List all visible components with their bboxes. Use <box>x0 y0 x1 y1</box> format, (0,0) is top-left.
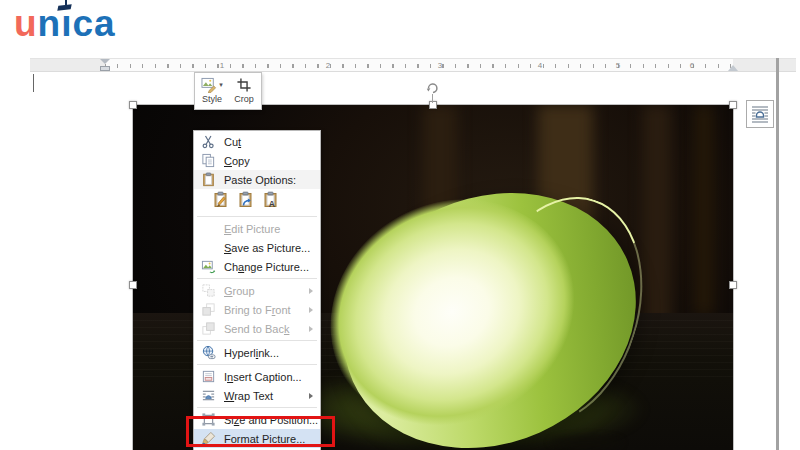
clipboard-icon <box>196 172 220 187</box>
resize-handle-top-center[interactable] <box>429 101 437 109</box>
menu-separator <box>197 407 317 408</box>
menu-item-format-picture[interactable]: Format Picture... <box>194 429 320 448</box>
crop-button-label: Crop <box>234 94 254 104</box>
hyperlink-icon <box>196 345 220 360</box>
style-button-label: Style <box>202 94 222 104</box>
paste-option-picture[interactable] <box>235 191 255 212</box>
menu-separator <box>197 364 317 365</box>
menu-item-label: Size and Position... <box>224 414 318 426</box>
menu-item-edit-picture: Edit Picture <box>194 219 320 238</box>
paste-options-row: A <box>194 189 320 214</box>
photo-background <box>695 105 713 315</box>
menu-separator <box>197 278 317 279</box>
menu-item-send-to-back: Send to Back <box>194 319 320 338</box>
clipboard-arrow-icon <box>237 191 254 213</box>
mini-toolbar: ▾ Style Crop <box>194 72 262 110</box>
wrap-text-icon <box>196 388 220 403</box>
submenu-arrow-icon <box>309 288 313 294</box>
send-back-icon <box>196 321 220 336</box>
menu-item-label: Insert Caption... <box>224 371 302 383</box>
logo-letter-i: ı <box>61 4 72 44</box>
size-position-icon <box>196 412 220 427</box>
resize-handle-middle-right[interactable] <box>729 281 737 289</box>
crop-button[interactable]: Crop <box>228 75 260 107</box>
change-picture-icon <box>196 259 220 274</box>
menu-item-label: Format Picture... <box>224 433 305 445</box>
clipboard-a-icon: A <box>262 191 279 213</box>
menu-item-cut[interactable]: Cut <box>194 132 320 151</box>
ruler-ticks <box>105 64 733 68</box>
group-icon <box>196 283 220 298</box>
ruler-text-area: 123456 <box>105 59 733 71</box>
unica-logo: unıca <box>14 4 116 44</box>
menu-item-label: Edit Picture <box>224 223 280 235</box>
text-cursor <box>33 74 34 92</box>
ruler-number-3: 3 <box>438 61 442 70</box>
menu-item-label: Group <box>224 285 255 297</box>
layout-options-icon <box>750 104 770 124</box>
left-indent-marker[interactable] <box>100 66 110 71</box>
lamp-foot-shadow <box>550 436 622 449</box>
menu-item-insert-caption[interactable]: Insert Caption... <box>194 367 320 386</box>
word-document-canvas: { "logo": { "seg_u": "u", "seg_n": "n", … <box>0 0 800 450</box>
menu-item-change-picture[interactable]: Change Picture... <box>194 257 320 276</box>
ruler-number-5: 5 <box>616 61 620 70</box>
ruler-number-4: 4 <box>538 61 542 70</box>
menu-item-label: Cut <box>224 136 241 148</box>
logo-letter-u: u <box>14 3 38 44</box>
menu-item-save-as-picture[interactable]: Save as Picture... <box>194 238 320 257</box>
ruler-number-1: 1 <box>220 61 224 70</box>
format-picture-icon <box>196 431 220 446</box>
caption-icon <box>196 369 220 384</box>
resize-handle-top-left[interactable] <box>129 101 137 109</box>
submenu-arrow-icon <box>309 393 313 399</box>
menu-item-paste-options[interactable]: Paste Options: <box>194 170 320 189</box>
horizontal-ruler: 123456 <box>30 58 796 72</box>
menu-item-label: Paste Options: <box>224 174 296 186</box>
menu-separator <box>197 216 317 217</box>
copy-icon <box>196 153 220 168</box>
style-button[interactable]: ▾ Style <box>196 75 228 107</box>
clipboard-brush-icon <box>212 191 229 213</box>
rotation-handle-icon[interactable] <box>426 80 439 98</box>
menu-item-label: Wrap Text <box>224 390 273 402</box>
menu-item-hyperlink[interactable]: Hyperlink... <box>194 343 320 362</box>
menu-separator <box>197 340 317 341</box>
paste-option-keep-source-formatting[interactable] <box>210 191 230 212</box>
menu-item-label: Copy <box>224 155 250 167</box>
green-lamp <box>328 190 658 450</box>
paste-option-keep-text-only[interactable]: A <box>260 191 280 212</box>
menu-item-label: Hyperlink... <box>224 347 279 359</box>
bring-front-icon <box>196 302 220 317</box>
logo-letters-ca: ca <box>73 3 116 44</box>
right-indent-marker[interactable] <box>728 65 738 71</box>
submenu-arrow-icon <box>309 307 313 313</box>
menu-item-group: Group <box>194 281 320 300</box>
menu-item-label: Send to Back <box>224 323 289 335</box>
menu-item-copy[interactable]: Copy <box>194 151 320 170</box>
vertical-scrollbar[interactable] <box>776 58 779 450</box>
submenu-arrow-icon <box>309 326 313 332</box>
menu-item-size-and-position[interactable]: Size and Position... <box>194 410 320 429</box>
scissors-icon <box>196 134 220 149</box>
menu-item-label: Bring to Front <box>224 304 291 316</box>
ruler-number-2: 2 <box>326 61 330 70</box>
resize-handle-middle-left[interactable] <box>129 281 137 289</box>
style-icon <box>201 77 218 93</box>
picture-context-menu: CutCopyPaste Options:AEdit PictureSave a… <box>193 130 321 450</box>
menu-item-wrap-text[interactable]: Wrap Text <box>194 386 320 405</box>
ruler-number-6: 6 <box>690 61 694 70</box>
menu-item-label: Save as Picture... <box>224 242 310 254</box>
layout-options-button[interactable] <box>746 100 774 128</box>
cap-tassel <box>65 0 67 6</box>
crop-icon <box>237 78 251 92</box>
first-line-indent-marker[interactable] <box>100 59 110 64</box>
menu-item-label: Change Picture... <box>224 261 309 273</box>
chevron-down-icon: ▾ <box>219 81 223 89</box>
menu-item-bring-to-front: Bring to Front <box>194 300 320 319</box>
svg-text:A: A <box>268 198 274 208</box>
resize-handle-top-right[interactable] <box>729 101 737 109</box>
